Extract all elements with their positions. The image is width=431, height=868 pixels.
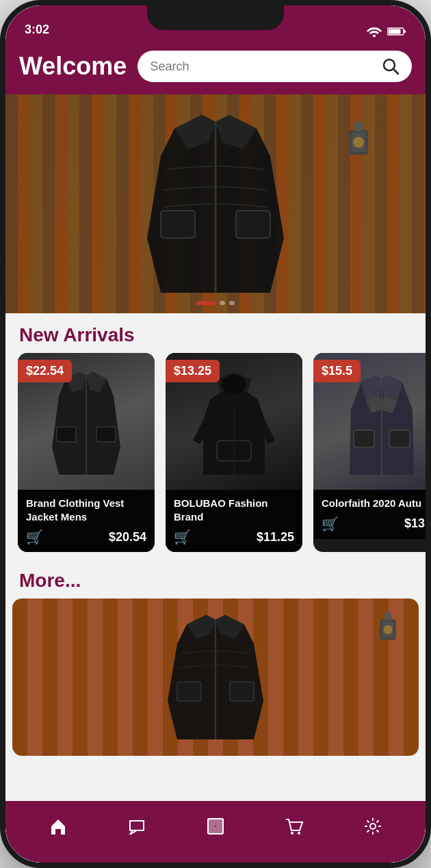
app-title: Welcome	[19, 52, 127, 81]
product-name-1: Brand Clothing Vest Jacket Mens	[26, 497, 146, 523]
phone-frame: 3:02 Welcome	[0, 0, 431, 868]
product-name-3: Colorfaith 2020 Autu	[322, 497, 426, 510]
svg-point-15	[222, 375, 246, 394]
product-footer-3: 🛒 $13.50	[322, 516, 426, 532]
hero-indicator	[196, 301, 235, 305]
svg-rect-20	[389, 430, 410, 447]
price-badge-3: $15.5	[313, 360, 361, 382]
main-content[interactable]: New Arrivals $22.54	[5, 94, 426, 863]
nav-cart[interactable]	[254, 817, 333, 836]
svg-point-34	[298, 832, 300, 834]
product-price-1: $20.54	[109, 530, 146, 544]
hero-banner	[5, 94, 426, 313]
more-banner[interactable]	[12, 599, 419, 756]
product-image-3: $15.5	[313, 353, 426, 490]
product-price-3: $13.50	[404, 516, 426, 531]
product-card-3[interactable]: $15.5	[313, 353, 426, 552]
status-time: 3:02	[25, 23, 49, 37]
svg-point-27	[383, 625, 392, 634]
svg-rect-29	[208, 819, 215, 826]
price-badge-2: $13.25	[166, 360, 220, 382]
more-title: More...	[5, 559, 426, 599]
new-arrivals-title: New Arrivals	[5, 313, 426, 353]
svg-rect-22	[177, 682, 201, 701]
product-info-3: Colorfaith 2020 Autu 🛒 $13.50	[313, 490, 426, 539]
svg-rect-14	[96, 427, 116, 442]
wifi-icon	[367, 26, 382, 37]
nav-gallery[interactable]	[177, 817, 255, 836]
product-price-2: $11.25	[257, 530, 294, 544]
product-info-2: BOLUBAO Fashion Brand 🛒 $11.25	[166, 490, 302, 552]
product-card-1[interactable]: $22.54	[18, 353, 155, 552]
settings-icon	[363, 817, 382, 836]
search-input[interactable]	[150, 60, 375, 74]
indicator-dot-1	[220, 301, 225, 305]
svg-point-11	[353, 137, 364, 148]
battery-icon	[387, 27, 406, 36]
new-arrivals-section: New Arrivals $22.54	[5, 313, 426, 559]
phone-notch	[147, 5, 284, 30]
svg-rect-32	[216, 827, 223, 834]
more-section: More...	[5, 559, 426, 824]
indicator-dot-2	[229, 301, 235, 305]
more-lantern	[378, 612, 398, 646]
svg-rect-23	[230, 682, 254, 701]
product-footer-2: 🛒 $11.25	[174, 529, 294, 545]
search-bar[interactable]	[138, 51, 412, 82]
status-icons	[367, 26, 406, 37]
product-info-1: Brand Clothing Vest Jacket Mens 🛒 $20.54	[18, 490, 155, 552]
nav-settings[interactable]	[333, 817, 412, 836]
chat-icon	[127, 817, 146, 836]
svg-rect-6	[161, 211, 195, 238]
product-name-2: BOLUBAO Fashion Brand	[174, 497, 294, 523]
products-row[interactable]: $22.54	[5, 353, 426, 559]
svg-rect-10	[354, 122, 363, 131]
bottom-nav	[5, 801, 426, 863]
cart-icon-1[interactable]: 🛒	[26, 529, 43, 545]
phone-screen: 3:02 Welcome	[5, 5, 426, 863]
svg-rect-7	[236, 211, 270, 238]
home-icon	[49, 817, 68, 836]
nav-chat[interactable]	[98, 817, 177, 836]
search-button[interactable]	[382, 57, 400, 75]
more-vest-image	[127, 605, 304, 749]
svg-rect-31	[208, 827, 215, 834]
cart-icon-3[interactable]: 🛒	[322, 516, 339, 532]
svg-point-33	[291, 832, 293, 834]
svg-point-35	[370, 824, 376, 829]
product-image-1: $22.54	[18, 353, 155, 490]
product-card-2[interactable]: $13.25	[166, 353, 302, 552]
indicator-dot-active	[196, 301, 216, 305]
product-image-2: $13.25	[166, 353, 302, 490]
svg-rect-13	[57, 427, 76, 442]
svg-rect-1	[389, 29, 401, 34]
cart-icon-2[interactable]: 🛒	[174, 529, 191, 545]
price-badge-1: $22.54	[18, 360, 72, 382]
hero-vest-image	[120, 101, 311, 306]
app-header: Welcome	[5, 41, 426, 94]
svg-rect-2	[404, 30, 406, 33]
product-footer-1: 🛒 $20.54	[26, 529, 146, 545]
gallery-icon	[206, 817, 225, 836]
hero-lantern	[346, 122, 371, 161]
svg-rect-19	[354, 430, 374, 447]
svg-rect-26	[384, 613, 391, 621]
cart-nav-icon	[285, 817, 304, 836]
search-icon	[382, 57, 400, 75]
svg-line-4	[393, 69, 398, 74]
nav-home[interactable]	[19, 817, 98, 836]
svg-rect-30	[216, 819, 223, 826]
